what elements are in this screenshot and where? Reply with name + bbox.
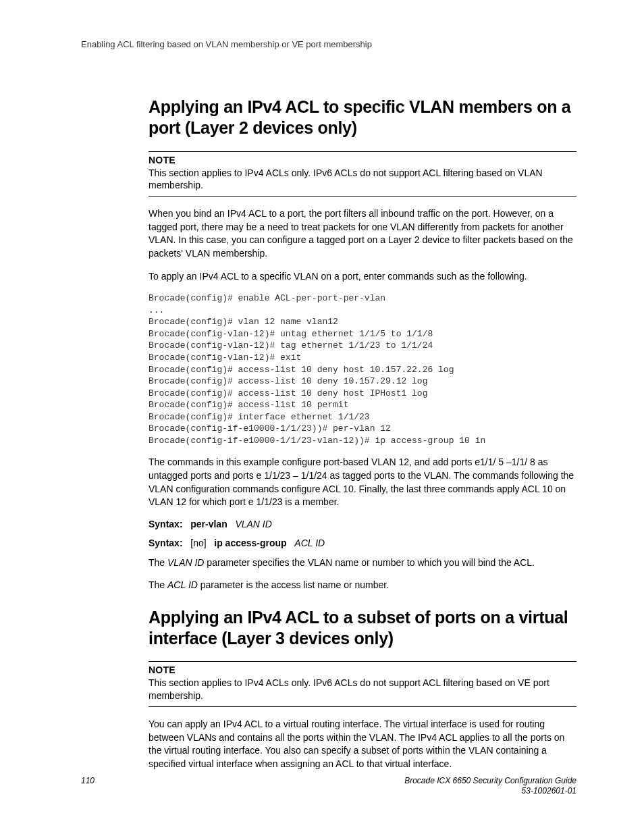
section2-heading: Applying an IPv4 ACL to a subset of port… [149,607,576,650]
syntax-label: Syntax: [149,519,183,529]
text: The [149,579,167,590]
page: Enabling ACL filtering based on VLAN mem… [0,0,644,771]
section1-p5: The ACL ID parameter is the access list … [149,579,576,592]
syntax-var: ACL ID [294,538,325,548]
page-number: 110 [81,776,95,785]
section1-p3: The commands in this example configure p… [149,456,576,509]
section1-p2: To apply an IPv4 ACL to a specific VLAN … [149,270,576,284]
note-text: This section applies to IPv4 ACLs only. … [149,167,576,192]
note-label: NOTE [149,155,576,165]
syntax-keyword: per-vlan [190,519,227,529]
text: parameter is the access list name or num… [198,579,389,590]
syntax-keyword: ip access-group [214,538,286,548]
section1-p4: The VLAN ID parameter specifies the VLAN… [149,556,576,570]
doc-info: Brocade ICX 6650 Security Configuration … [404,776,576,797]
var-text: VLAN ID [167,557,204,568]
section2-p1: You can apply an IPv4 ACL to a virtual r… [149,718,576,771]
var-text: ACL ID [167,579,198,590]
syntax-line-2: Syntax: [no] ip access-group ACL ID [149,538,576,548]
running-header: Enabling ACL filtering based on VLAN mem… [81,39,576,49]
syntax-label: Syntax: [149,538,183,548]
doc-number: 53-1002601-01 [522,786,576,796]
section1-p1: When you bind an IPv4 ACL to a port, the… [149,207,576,260]
note-box-1: NOTE This section applies to IPv4 ACLs o… [149,151,576,197]
syntax-var: VLAN ID [235,519,271,529]
page-footer: 110 Brocade ICX 6650 Security Configurat… [81,776,576,797]
text: parameter specifies the VLAN name or num… [204,557,534,568]
text: The [149,557,167,568]
note-text: This section applies to IPv4 ACLs only. … [149,677,576,702]
section1-heading: Applying an IPv4 ACL to specific VLAN me… [149,97,576,139]
syntax-optional: [no] [190,538,206,548]
main-content: Applying an IPv4 ACL to specific VLAN me… [149,97,576,771]
note-label: NOTE [149,664,576,675]
code-block-1: Brocade(config)# enable ACL-per-port-per… [149,292,576,446]
doc-title: Brocade ICX 6650 Security Configuration … [404,776,576,785]
syntax-line-1: Syntax: per-vlan VLAN ID [149,519,576,529]
note-box-2: NOTE This section applies to IPv4 ACLs o… [149,661,576,707]
